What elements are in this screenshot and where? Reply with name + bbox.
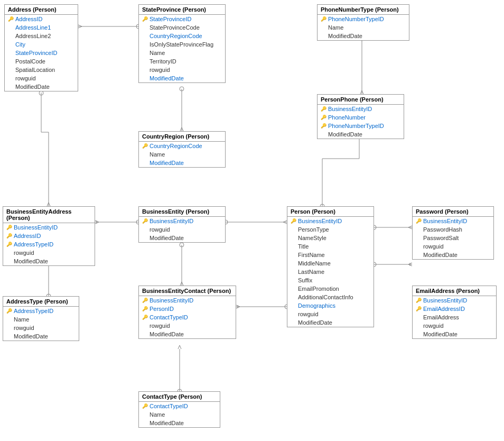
svg-line-16 [360,90,362,94]
table-row: PersonType [287,225,374,234]
table-row: Demographics [287,301,374,310]
table-row: 🔑StateProvinceID [139,15,225,23]
table-row: ModifiedDate [139,330,236,338]
table-row: 🔑AddressID [5,15,78,23]
field-name: BusinessEntityID [423,297,467,304]
field-name: rowguid [298,311,319,317]
entity-header-StateProvince: StateProvince (Person) [139,5,225,15]
field-name: NameStyle [298,235,326,241]
svg-line-8 [78,26,82,28]
entity-BusinessEntityAddress: BusinessEntityAddress (Person)🔑BusinessE… [3,206,95,266]
field-name: EmailAddress [423,314,459,320]
table-row: 🔑BusinessEntityID [413,296,496,305]
entity-header-BusinessEntityContact: BusinessEntityContact (Person) [139,286,236,296]
field-name: BusinessEntityID [423,218,467,224]
entity-body-PhoneNumberType: 🔑PhoneNumberTypeIDNameModifiedDate [318,15,409,40]
table-row: ModifiedDate [3,332,79,341]
entity-PhoneNumberType: PhoneNumberType (Person)🔑PhoneNumberType… [317,4,409,41]
key-icon: 🔑 [142,298,148,303]
table-row: Name [3,315,79,324]
table-row: 🔑ContactTypeID [139,313,236,321]
key-icon: 🔑 [321,16,326,22]
field-name: AddressTypeID [14,241,53,247]
field-name: BusinessEntityID [150,297,193,304]
field-name: ModifiedDate [423,331,458,337]
svg-line-20 [95,222,99,224]
entity-PersonPhone: PersonPhone (Person)🔑BusinessEntityID🔑Ph… [317,94,404,139]
table-row: rowguid [3,324,79,332]
table-row: StateProvinceCode [139,23,225,32]
table-row: ModifiedDate [3,257,95,265]
table-row: 🔑BusinessEntityID [287,217,374,225]
field-name: ModifiedDate [328,131,362,137]
table-row: 🔑BusinessEntityID [139,296,236,305]
table-row: Name [139,49,225,57]
field-name: EmailPromotion [298,286,339,292]
table-row: Suffix [287,276,374,284]
entity-header-Address: Address (Person) [5,5,78,15]
svg-line-49 [408,226,412,227]
field-name: rowguid [423,243,444,250]
field-name: ModifiedDate [150,75,184,81]
entity-body-StateProvince: 🔑StateProvinceIDStateProvinceCodeCountry… [139,15,225,82]
field-name: PasswordSalt [423,235,459,241]
key-icon: 🔑 [6,233,12,238]
table-row: ModifiedDate [139,419,220,427]
field-name: FirstName [298,252,325,258]
entity-header-Person: Person (Person) [287,207,374,217]
field-name: rowguid [150,226,170,233]
entity-body-BusinessEntityContact: 🔑BusinessEntityID🔑PersonID🔑ContactTypeID… [139,296,236,338]
field-name: ContactTypeID [150,314,188,320]
field-name: ModifiedDate [14,333,48,339]
entity-body-Password: 🔑BusinessEntityIDPasswordHashPasswordSal… [413,217,493,259]
entity-header-PersonPhone: PersonPhone (Person) [318,95,404,105]
field-name: AdditionalContactInfo [298,294,353,300]
field-name: Name [150,411,165,418]
field-name: PersonID [150,306,174,312]
field-name: rowguid [14,325,34,331]
entity-body-EmailAddress: 🔑BusinessEntityID🔑EmailAddressIDEmailAdd… [413,296,496,338]
key-icon: 🔑 [416,298,422,303]
table-row: 🔑AddressID [3,232,95,240]
table-row: AddressLine1 [5,23,78,32]
entity-header-BusinessEntity: BusinessEntity (Person) [139,207,225,217]
table-row: ModifiedDate [139,234,225,242]
field-name: AddressID [15,16,42,22]
key-icon: 🔑 [8,16,14,22]
field-name: CountryRegionCode [150,33,202,39]
field-name: StateProvinceID [15,50,57,56]
field-name: BusinessEntityID [298,218,342,224]
table-row: 🔑BusinessEntityID [139,217,225,225]
table-row: ModifiedDate [413,330,496,338]
table-row: StateProvinceID [5,49,78,57]
svg-line-25 [283,221,287,222]
field-name: StateProvinceCode [150,24,200,31]
svg-line-43 [408,263,412,264]
key-icon: 🔑 [6,308,12,314]
table-row: PasswordSalt [413,234,493,242]
table-row: TerritoryID [139,57,225,66]
table-row: ModifiedDate [413,251,493,259]
entity-CountryRegion: CountryRegion (Person)🔑CountryRegionCode… [138,131,226,168]
field-name: ModifiedDate [14,258,48,264]
field-name: Name [14,316,29,323]
field-name: ModifiedDate [328,33,362,39]
entity-header-Password: Password (Person) [413,207,493,217]
table-row: 🔑AddressTypeID [3,240,95,249]
entity-body-BusinessEntity: 🔑BusinessEntityIDrowguidModifiedDate [139,217,225,242]
table-row: ModifiedDate [318,130,404,139]
field-name: rowguid [15,75,36,81]
key-icon: 🔑 [321,123,326,128]
field-name: IsOnlyStateProvinceFlag [150,41,213,48]
key-icon: 🔑 [142,315,148,320]
table-row: rowguid [287,310,374,318]
key-icon: 🔑 [416,218,422,224]
field-name: BusinessEntityID [14,224,58,231]
entity-body-CountryRegion: 🔑CountryRegionCodeNameModifiedDate [139,142,225,167]
table-row: rowguid [413,321,496,330]
entity-header-ContactType: ContactType (Person) [139,392,220,402]
table-row: Name [139,150,225,159]
entity-header-BusinessEntityAddress: BusinessEntityAddress (Person) [3,207,95,223]
field-name: AddressID [14,233,41,239]
svg-line-17 [362,90,363,94]
